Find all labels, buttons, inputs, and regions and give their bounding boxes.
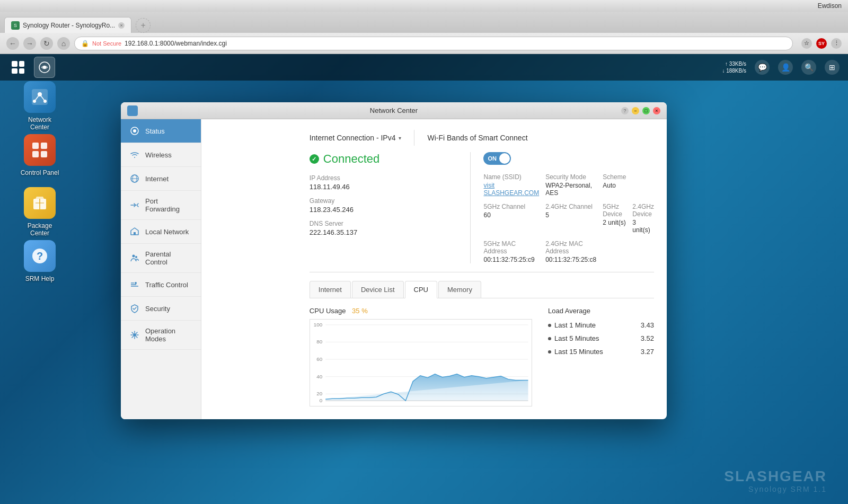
forward-button[interactable]: →	[23, 37, 36, 50]
svg-point-18	[133, 129, 136, 132]
load-15min: Last 15 Minutes 3.27	[548, 348, 654, 356]
refresh-button[interactable]: ↻	[40, 37, 53, 50]
svg-point-24	[135, 256, 137, 258]
sidebar-item-internet[interactable]: Internet	[121, 167, 201, 191]
svg-text:?: ?	[37, 250, 43, 262]
wifi-toggle[interactable]: ON	[483, 152, 511, 165]
srm-search-button[interactable]: 🔍	[801, 60, 816, 75]
svg-text:0: 0	[320, 397, 323, 403]
svg-text:80: 80	[316, 339, 322, 344]
wifi-section-title: Wi-Fi Bands of Smart Connect	[427, 134, 527, 142]
network-center-window: Network Center ? − □ × Status Wireless	[121, 102, 667, 419]
cpu-chart-svg: 100 80 60 40 20 0	[310, 319, 532, 406]
tab-memory[interactable]: Memory	[438, 281, 481, 298]
srm-active-app-icon[interactable]	[34, 57, 55, 78]
tab-close-button[interactable]: ×	[118, 22, 125, 29]
toggle-knob	[499, 153, 510, 164]
sidebar-internet-label: Internet	[145, 175, 169, 183]
sidebar-security-label: Security	[145, 305, 170, 313]
wifi-toggle-container: ON	[483, 152, 654, 165]
sidebar-item-traffic-control[interactable]: Traffic Control	[121, 273, 201, 297]
sidebar-local-network-label: Local Network	[145, 228, 189, 236]
sidebar-wireless-label: Wireless	[145, 151, 172, 159]
network-center-icon	[38, 61, 51, 74]
window-maximize-button[interactable]: □	[642, 107, 650, 114]
bookmark-icon[interactable]: ☆	[801, 38, 812, 49]
sidebar-item-security[interactable]: Security	[121, 297, 201, 321]
sidebar-item-operation-modes[interactable]: Operation Modes	[121, 321, 201, 350]
srm-chat-button[interactable]: 💬	[755, 60, 770, 75]
svg-point-23	[132, 255, 135, 258]
sidebar-item-parental-control[interactable]: Parental Control	[121, 244, 201, 273]
svg-point-29	[133, 333, 136, 337]
svg-text:60: 60	[316, 356, 322, 362]
svg-text:20: 20	[316, 391, 322, 396]
security-nav-icon	[129, 303, 140, 314]
load-15min-label: Last 15 Minutes	[548, 348, 603, 356]
cpu-chart-container: CPU Usage 35 % 100	[310, 307, 535, 409]
srm-apps-button[interactable]	[8, 58, 28, 77]
tab-favicon: S	[11, 21, 20, 30]
new-tab-button[interactable]: +	[136, 18, 151, 33]
status-two-col: ✓ Connected IP Address 118.11.49.46 Gate…	[310, 152, 654, 263]
browser-tab[interactable]: S Synology Router - SynologyRo... ×	[4, 17, 131, 33]
sidebar-port-forwarding-label: Port Forwarding	[145, 197, 192, 213]
sidebar-item-status[interactable]: Status	[121, 119, 201, 143]
control-panel-label: Control Panel	[21, 169, 59, 176]
sidebar-item-local-network[interactable]: Local Network	[121, 220, 201, 244]
channel-24ghz-field: 2.4GHz Channel 5	[545, 203, 596, 234]
load-bullet-15-icon	[548, 350, 551, 353]
tab-cpu[interactable]: CPU	[405, 281, 437, 298]
desktop-icon-package-center[interactable]: Package Center	[16, 183, 64, 241]
connection-info: ✓ Connected IP Address 118.11.49.46 Gate…	[310, 152, 471, 263]
package-center-desktop-icon	[29, 192, 50, 214]
connection-section-title[interactable]: Internet Connection - IPv4 ▾	[310, 134, 402, 142]
channel-5ghz-field: 5GHz Channel 60	[483, 203, 539, 234]
not-secure-label: Not Secure	[92, 40, 121, 47]
device-24ghz-field: 2.4GHz Device 3 unit(s)	[632, 203, 654, 234]
home-button[interactable]: ⌂	[57, 37, 70, 50]
address-bar-icons: ☆ SY ⋮	[801, 38, 842, 49]
sidebar-item-port-forwarding[interactable]: Port Forwarding	[121, 191, 201, 220]
tab-internet[interactable]: Internet	[310, 281, 351, 298]
desktop-icon-control-panel[interactable]: Control Panel	[16, 130, 64, 181]
menu-icon[interactable]: ⋮	[831, 38, 842, 49]
srm-help-desktop-icon: ?	[29, 245, 50, 267]
load-1min: Last 1 Minute 3.43	[548, 321, 654, 329]
device-5ghz-field: 5GHz Device 2 unit(s)	[603, 203, 626, 234]
synology-icon[interactable]: SY	[816, 38, 827, 49]
desktop-icon-network-center[interactable]: Network Center	[16, 77, 64, 135]
srm-user-button[interactable]: 👤	[778, 60, 793, 75]
svg-rect-11	[41, 151, 47, 157]
svg-text:40: 40	[316, 374, 322, 379]
sidebar-item-wireless[interactable]: Wireless	[121, 143, 201, 167]
tab-title: Synology Router - SynologyRo...	[23, 22, 115, 29]
dns-field: DNS Server 222.146.35.137	[310, 220, 384, 236]
window-question-button[interactable]: ?	[621, 107, 629, 114]
back-button[interactable]: ←	[6, 37, 19, 50]
operation-modes-nav-icon	[129, 330, 140, 340]
cpu-chart-area: CPU Usage 35 % 100	[310, 307, 654, 409]
svg-rect-9	[41, 143, 47, 149]
window-controls: ? − □ ×	[621, 107, 660, 114]
window-app-icon	[127, 105, 138, 116]
desktop-icon-srm-help[interactable]: ? SRM Help	[16, 236, 64, 287]
tab-device-list[interactable]: Device List	[352, 281, 404, 298]
svg-rect-10	[32, 151, 39, 157]
svg-rect-22	[134, 232, 136, 235]
connection-details-grid: IP Address 118.11.49.46 Gateway 118.23.4…	[310, 174, 471, 236]
svg-point-28	[135, 282, 137, 284]
wifi-name-field: Name (SSID) visit SLASHGEAR.COM	[483, 173, 539, 197]
window-title-bar: Network Center ? − □ ×	[121, 102, 667, 119]
load-5min-label: Last 5 Minutes	[548, 334, 599, 342]
traffic-control-nav-icon	[129, 279, 140, 290]
section-divider	[414, 130, 414, 146]
address-input[interactable]: 🔒 Not Secure 192.168.0.1:8000/webman/ind…	[74, 37, 793, 50]
srm-windows-button[interactable]: ⊞	[825, 60, 840, 75]
browser-address-bar: ← → ↻ ⌂ 🔒 Not Secure 192.168.0.1:8000/we…	[0, 33, 848, 54]
sidebar-parental-control-label: Parental Control	[145, 250, 192, 266]
window-minimize-button[interactable]: −	[632, 107, 639, 114]
empty-wifi-cell	[632, 173, 654, 197]
window-close-button[interactable]: ×	[653, 107, 660, 114]
chrome-title-bar: Ewdison	[0, 0, 848, 12]
